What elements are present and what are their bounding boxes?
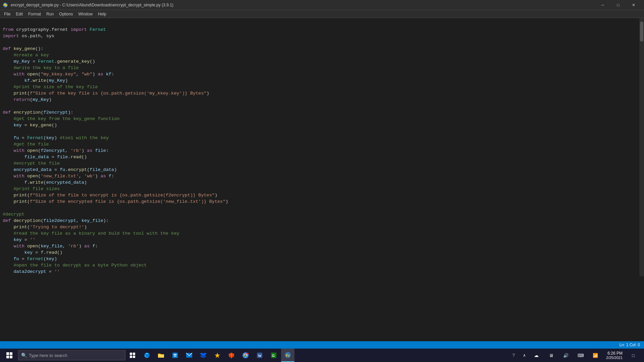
menu-options[interactable]: Options (56, 11, 75, 17)
svg-rect-5 (130, 353, 132, 355)
store-icon[interactable] (168, 349, 182, 362)
svg-marker-13 (215, 353, 220, 358)
clock[interactable]: 6:26 PM 2/25/2021 (603, 351, 625, 360)
system-tray-expand[interactable]: ∧ (520, 351, 528, 359)
svg-rect-7 (130, 356, 132, 358)
minimize-button[interactable]: ─ (595, 0, 610, 10)
clock-time: 6:26 PM (606, 351, 623, 356)
taskbar: 🔍 Type here to search (0, 349, 644, 362)
svg-text:Py: Py (286, 353, 290, 357)
menu-format[interactable]: Format (25, 11, 44, 17)
mail-icon[interactable] (182, 349, 196, 362)
svg-rect-8 (133, 356, 135, 358)
svg-text:W: W (258, 354, 262, 358)
search-bar[interactable]: 🔍 Type here to search (18, 350, 125, 360)
statusbar: Ln: 1 Col: 0 (0, 341, 644, 349)
svg-rect-4 (10, 356, 12, 358)
start-button[interactable] (1, 349, 17, 362)
code-editor[interactable]: from cryptography.fernet import Fernet i… (0, 18, 644, 276)
menu-help[interactable]: Help (95, 11, 109, 17)
svg-rect-1 (6, 352, 9, 355)
task-view-button[interactable] (126, 349, 140, 362)
notification-icon[interactable]: □ (627, 349, 640, 362)
help-tray-icon[interactable]: ? (508, 350, 519, 361)
python-icon (3, 2, 8, 8)
wifi-icon[interactable]: 📶 (589, 349, 602, 362)
svg-rect-6 (133, 353, 135, 355)
onedrive-icon[interactable]: ☁ (530, 349, 543, 362)
maximize-button[interactable]: □ (610, 0, 626, 10)
menu-edit[interactable]: Edit (13, 11, 25, 17)
office-icon[interactable] (225, 349, 238, 362)
search-placeholder: Type here to search (29, 353, 67, 358)
chrome-icon[interactable] (239, 349, 252, 362)
svg-rect-2 (10, 352, 12, 355)
titlebar-controls: ─ □ ✕ (595, 0, 641, 10)
code-content: from cryptography.fernet import Fernet i… (0, 19, 644, 276)
keyboard-icon[interactable]: ⌨ (574, 349, 587, 362)
svg-rect-9 (172, 353, 178, 358)
svg-point-16 (245, 354, 247, 356)
edge-icon[interactable] (140, 349, 154, 362)
dropbox-icon[interactable] (197, 349, 210, 362)
cursor-position: Ln: 1 Col: 0 (620, 343, 640, 347)
flair-icon[interactable] (211, 349, 224, 362)
svg-text:G: G (272, 354, 275, 358)
close-button[interactable]: ✕ (626, 0, 641, 10)
scrollbar[interactable] (639, 18, 644, 276)
network-icon[interactable]: 🖥 (544, 349, 558, 362)
titlebar-title: encrypt_decrypt_simple.py - C:\Users\Abu… (11, 3, 173, 7)
word-icon[interactable]: W (253, 349, 266, 362)
green-app-icon[interactable]: G (267, 349, 280, 362)
menubar: File Edit Format Run Options Window Help (0, 10, 644, 18)
menu-file[interactable]: File (1, 11, 13, 17)
menu-run[interactable]: Run (44, 11, 56, 17)
file-explorer-icon[interactable] (154, 349, 168, 362)
python-taskbar-icon[interactable]: Py (281, 349, 294, 362)
taskbar-right: ? ∧ ☁ 🖥 🔊 ⌨ 📶 6:26 PM 2/25/2021 □ (508, 349, 643, 362)
svg-marker-11 (200, 353, 207, 356)
clock-date: 2/25/2021 (606, 356, 623, 360)
statusbar-right: Ln: 1 Col: 0 (620, 343, 640, 347)
search-icon: 🔍 (21, 353, 27, 358)
titlebar-left: encrypt_decrypt_simple.py - C:\Users\Abu… (3, 2, 173, 8)
titlebar: encrypt_decrypt_simple.py - C:\Users\Abu… (0, 0, 644, 10)
scrollbar-thumb[interactable] (640, 21, 643, 42)
svg-rect-3 (6, 356, 9, 358)
volume-icon[interactable]: 🔊 (559, 349, 573, 362)
menu-window[interactable]: Window (75, 11, 95, 17)
